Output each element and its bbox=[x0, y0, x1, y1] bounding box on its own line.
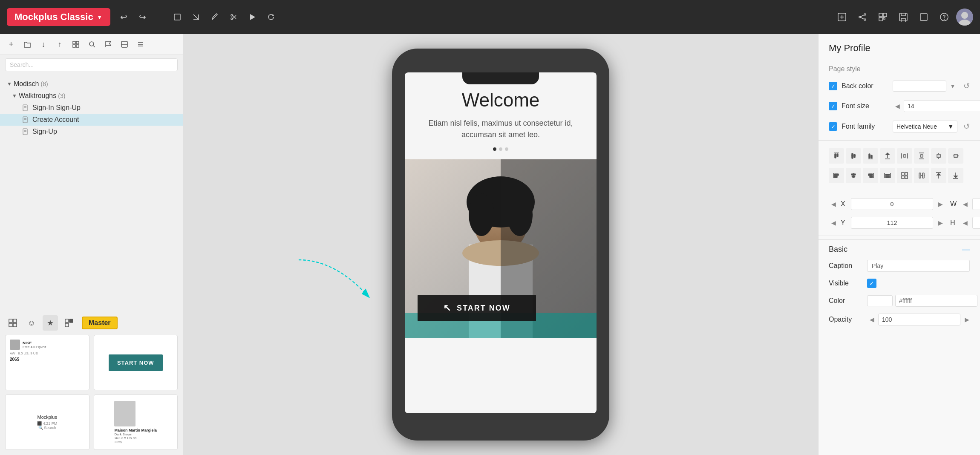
align-bottom2-btn[interactable] bbox=[880, 148, 895, 164]
qr-button[interactable] bbox=[874, 9, 891, 26]
refresh-tool[interactable] bbox=[262, 9, 280, 26]
thumbnail-button[interactable]: START NOW bbox=[94, 335, 178, 390]
tab-components[interactable] bbox=[5, 315, 20, 331]
tree-page-2[interactable]: Create Account bbox=[0, 114, 183, 126]
opacity-input[interactable] bbox=[878, 314, 960, 325]
start-now-button[interactable]: ↖ START NOW bbox=[418, 295, 536, 321]
svg-rect-95 bbox=[885, 174, 890, 176]
svg-point-56 bbox=[469, 193, 494, 236]
x-decrease[interactable]: ◀ bbox=[829, 199, 838, 209]
center-v-btn[interactable] bbox=[948, 148, 963, 164]
y-input[interactable] bbox=[851, 217, 933, 229]
help-button[interactable] bbox=[936, 9, 953, 26]
align-middle-vertical-btn[interactable] bbox=[846, 148, 861, 164]
font-family-checkbox[interactable]: ✓ bbox=[829, 122, 837, 131]
align-top-btn[interactable] bbox=[829, 148, 844, 164]
font-size-checkbox[interactable]: ✓ bbox=[829, 102, 837, 110]
move-up-icon[interactable]: ↑ bbox=[54, 38, 66, 50]
frame-button[interactable] bbox=[915, 9, 932, 26]
add-icon[interactable]: + bbox=[5, 38, 17, 50]
distribute-v-btn[interactable] bbox=[914, 148, 929, 164]
search-icon[interactable] bbox=[86, 38, 98, 50]
text-top-btn[interactable] bbox=[931, 168, 946, 183]
svg-rect-23 bbox=[73, 41, 75, 44]
select-tool[interactable] bbox=[169, 9, 186, 26]
flag-icon[interactable] bbox=[102, 38, 114, 50]
move-down-icon[interactable]: ↓ bbox=[37, 38, 49, 50]
tree-group1-collapse-icon: ▼ bbox=[12, 93, 17, 99]
thumb-nike-content: NIKE Free 4.0 Flyknit AW 8.5 US, 9 US 20… bbox=[6, 335, 89, 390]
tab-favorites[interactable]: ★ bbox=[43, 315, 58, 331]
text-bottom-btn[interactable] bbox=[948, 168, 963, 183]
undo-button[interactable]: ↩ bbox=[115, 9, 133, 26]
center-h-btn[interactable] bbox=[931, 148, 946, 164]
folder-icon[interactable] bbox=[21, 38, 33, 50]
tree-collapse-icon: ▼ bbox=[7, 81, 12, 87]
font-size-input[interactable] bbox=[904, 100, 980, 112]
thumbnail-fashion[interactable]: Maison Martin Margiela Dark Brown size 8… bbox=[94, 395, 178, 450]
more-align-btn[interactable] bbox=[897, 168, 912, 183]
share-button[interactable] bbox=[854, 9, 871, 26]
font-family-dropdown[interactable]: Helvetica Neue ▼ bbox=[893, 121, 957, 132]
h-decrease[interactable]: ◀ bbox=[960, 218, 970, 228]
w-input[interactable] bbox=[972, 198, 980, 210]
thumbnail-mockplus[interactable]: Mockplus ⬛ 4:21 PM 🔍 Search bbox=[5, 395, 89, 450]
play-tool[interactable] bbox=[244, 9, 261, 26]
brand-button[interactable]: Mockplus Classic ▼ bbox=[7, 8, 110, 26]
back-color-reset[interactable]: ↺ bbox=[963, 81, 970, 91]
phone-screen: Welcome Etiam nisl felis, maximus ut con… bbox=[405, 72, 597, 413]
more-distribute-btn[interactable] bbox=[914, 168, 929, 183]
component-icon[interactable] bbox=[118, 38, 130, 50]
align-justify-btn[interactable] bbox=[880, 168, 895, 183]
align-left-btn[interactable] bbox=[829, 168, 844, 183]
scissor-tool[interactable] bbox=[225, 9, 242, 26]
y-decrease[interactable]: ◀ bbox=[829, 218, 838, 228]
center-canvas[interactable]: Welcome Etiam nisl felis, maximus ut con… bbox=[183, 34, 818, 455]
list-icon[interactable] bbox=[135, 38, 147, 50]
save-button[interactable] bbox=[895, 9, 912, 26]
redo-button[interactable]: ↪ bbox=[134, 9, 151, 26]
opacity-increase[interactable]: ▶ bbox=[962, 315, 971, 324]
distribute-h-btn[interactable] bbox=[897, 148, 912, 164]
y-increase[interactable]: ▶ bbox=[936, 218, 945, 228]
svg-rect-99 bbox=[902, 176, 904, 179]
tab-emoji[interactable]: ☺ bbox=[24, 315, 39, 331]
align-center-btn[interactable] bbox=[846, 168, 861, 183]
thumbnail-nike[interactable]: NIKE Free 4.0 Flyknit AW 8.5 US, 9 US 20… bbox=[5, 335, 89, 390]
svg-rect-83 bbox=[954, 154, 957, 158]
x-increase[interactable]: ▶ bbox=[936, 199, 945, 209]
export-button[interactable] bbox=[833, 9, 850, 26]
opacity-decrease[interactable]: ◀ bbox=[867, 315, 876, 324]
color-picker[interactable] bbox=[867, 295, 893, 306]
tree-group1[interactable]: ▼ Walktroughs (3) bbox=[0, 90, 183, 102]
master-button[interactable]: Master bbox=[82, 317, 118, 329]
tree-root[interactable]: ▼ Modisch (8) bbox=[0, 78, 183, 90]
svg-line-11 bbox=[861, 17, 864, 19]
thumb-nike-inner: NIKE Free 4.0 Flyknit AW 8.5 US, 9 US 20… bbox=[6, 335, 89, 390]
align-right-btn[interactable] bbox=[863, 168, 878, 183]
color-hex-input[interactable] bbox=[895, 295, 977, 307]
font-family-reset[interactable]: ↺ bbox=[963, 122, 970, 131]
w-decrease[interactable]: ◀ bbox=[960, 199, 970, 209]
grid-icon[interactable] bbox=[70, 38, 82, 50]
pen-tool[interactable] bbox=[206, 9, 223, 26]
color-row: Color bbox=[819, 291, 980, 310]
tool-group1 bbox=[169, 9, 280, 26]
avatar[interactable] bbox=[956, 9, 973, 26]
basic-collapse-btn[interactable]: — bbox=[962, 245, 970, 254]
back-color-checkbox[interactable]: ✓ bbox=[829, 82, 837, 90]
tree-search[interactable]: Search... bbox=[5, 58, 178, 71]
align-bottom-btn[interactable] bbox=[863, 148, 878, 164]
tree-page-1[interactable]: Sign-In Sign-Up bbox=[0, 102, 183, 114]
font-size-decrease[interactable]: ◀ bbox=[893, 101, 902, 111]
crop-tool[interactable] bbox=[187, 9, 205, 26]
visible-checkbox[interactable]: ✓ bbox=[867, 279, 876, 288]
tree-page-3[interactable]: Sign-Up bbox=[0, 126, 183, 138]
back-color-dropdown[interactable]: ▼ bbox=[948, 81, 957, 91]
back-color-picker[interactable] bbox=[893, 81, 946, 92]
x-input[interactable] bbox=[851, 198, 933, 210]
caption-input[interactable]: Play bbox=[867, 260, 970, 272]
tab-master-grid[interactable] bbox=[61, 315, 77, 331]
svg-rect-86 bbox=[834, 176, 837, 178]
h-input[interactable] bbox=[972, 217, 980, 229]
